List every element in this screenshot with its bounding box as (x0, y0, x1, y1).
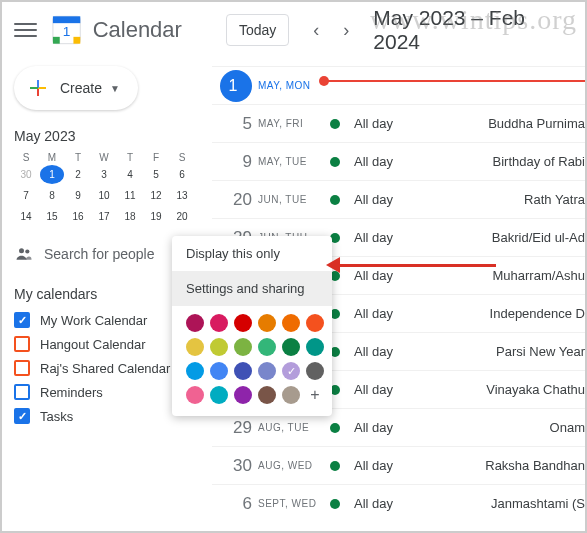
mini-cal-day[interactable]: 1 (40, 165, 64, 184)
color-swatch[interactable] (210, 386, 228, 404)
mini-cal-day[interactable]: 6 (170, 165, 194, 184)
color-swatch[interactable] (210, 338, 228, 356)
mini-cal-day[interactable]: 19 (144, 207, 168, 226)
mini-cal-day[interactable]: 14 (14, 207, 38, 226)
mini-cal-day[interactable]: 13 (170, 186, 194, 205)
event-row[interactable]: 6SEPT, WEDAll dayJanmashtami (S (212, 484, 585, 522)
mini-cal-day[interactable]: 12 (144, 186, 168, 205)
mini-cal-day[interactable]: 4 (118, 165, 142, 184)
event-day-number: 9 (220, 152, 258, 172)
color-swatch[interactable] (210, 362, 228, 380)
event-row[interactable]: 30AUG, WEDAll dayRaksha Bandhan (212, 446, 585, 484)
nav-arrows: ‹ › (305, 16, 357, 45)
today-button[interactable]: Today (226, 14, 289, 46)
color-swatch[interactable] (234, 314, 252, 332)
mini-cal-day[interactable]: 16 (66, 207, 90, 226)
color-swatch[interactable] (234, 362, 252, 380)
event-allday-label: All day (354, 496, 451, 511)
svg-point-5 (19, 248, 24, 253)
mini-cal-day[interactable]: 5 (144, 165, 168, 184)
mini-cal-day[interactable]: 7 (14, 186, 38, 205)
mini-cal-dow: M (40, 152, 64, 163)
event-day-number: 6 (220, 494, 258, 514)
color-swatch[interactable] (282, 362, 300, 380)
color-swatch[interactable] (186, 314, 204, 332)
color-swatch[interactable] (210, 314, 228, 332)
color-swatch[interactable] (258, 314, 276, 332)
color-swatch[interactable] (306, 338, 324, 356)
event-row[interactable]: 5MAY, FRIAll dayBuddha Purnima (212, 104, 585, 142)
mini-cal-day[interactable]: 9 (66, 186, 90, 205)
annotation-arrow (326, 260, 496, 270)
color-swatch[interactable] (306, 362, 324, 380)
mini-cal-day[interactable]: 18 (118, 207, 142, 226)
calendar-label: Hangout Calendar (40, 337, 146, 352)
context-display-only[interactable]: Display this only (172, 236, 332, 271)
event-day-label: AUG, WED (258, 460, 330, 471)
color-picker-grid: + (172, 306, 332, 408)
mini-cal-day[interactable]: 15 (40, 207, 64, 226)
calendar-checkbox[interactable] (14, 336, 30, 352)
color-swatch[interactable] (282, 386, 300, 404)
color-swatch[interactable] (186, 338, 204, 356)
event-dot-icon (330, 499, 340, 509)
mini-cal-day[interactable]: 10 (92, 186, 116, 205)
create-button[interactable]: Create ▼ (14, 66, 138, 110)
calendar-checkbox[interactable] (14, 312, 30, 328)
color-swatch[interactable] (258, 386, 276, 404)
calendar-label: Reminders (40, 385, 103, 400)
mini-cal-day[interactable]: 20 (170, 207, 194, 226)
mini-calendar-month: May 2023 (14, 128, 200, 144)
event-dot-icon (330, 119, 340, 129)
color-swatch[interactable] (258, 362, 276, 380)
color-swatch[interactable] (306, 314, 324, 332)
event-row[interactable]: 1MAY, MON (212, 66, 585, 104)
color-swatch[interactable] (282, 314, 300, 332)
event-allday-label: All day (354, 344, 456, 359)
color-add-icon[interactable]: + (306, 386, 324, 404)
color-swatch[interactable] (186, 362, 204, 380)
color-swatch[interactable] (234, 338, 252, 356)
event-day-label: MAY, FRI (258, 118, 330, 129)
mini-cal-day[interactable]: 8 (40, 186, 64, 205)
event-dot-icon (330, 195, 340, 205)
color-swatch[interactable] (258, 338, 276, 356)
color-swatch[interactable] (234, 386, 252, 404)
mini-cal-day[interactable]: 2 (66, 165, 90, 184)
event-row[interactable]: 20JUN, TUEAll dayRath Yatra (212, 180, 585, 218)
mini-cal-day[interactable]: 17 (92, 207, 116, 226)
context-settings-sharing[interactable]: Settings and sharing (172, 271, 332, 306)
event-day-number: 1 (220, 70, 252, 102)
event-allday-label: All day (354, 420, 510, 435)
calendar-checkbox[interactable] (14, 384, 30, 400)
event-allday-label: All day (354, 306, 450, 321)
calendar-checkbox[interactable] (14, 408, 30, 424)
plus-icon (26, 76, 50, 100)
mini-cal-dow: F (144, 152, 168, 163)
current-time-indicator (324, 80, 585, 82)
next-arrow-icon[interactable]: › (335, 16, 357, 45)
menu-icon[interactable] (14, 18, 37, 42)
mini-cal-dow: S (170, 152, 194, 163)
event-day-label: SEPT, WED (258, 498, 330, 509)
svg-rect-3 (53, 37, 60, 44)
color-swatch[interactable] (186, 386, 204, 404)
svg-rect-2 (74, 37, 81, 44)
event-allday-label: All day (354, 268, 453, 283)
event-title: Raksha Bandhan (485, 458, 585, 473)
event-row[interactable]: 9MAY, TUEAll dayBirthday of Rabi (212, 142, 585, 180)
event-title: Janmashtami (S (491, 496, 585, 511)
event-title: Buddha Purnima (488, 116, 585, 131)
event-allday-label: All day (354, 154, 453, 169)
color-swatch[interactable] (282, 338, 300, 356)
calendar-checkbox[interactable] (14, 360, 30, 376)
calendar-context-menu: Display this only Settings and sharing + (172, 236, 332, 416)
prev-arrow-icon[interactable]: ‹ (305, 16, 327, 45)
mini-cal-day[interactable]: 30 (14, 165, 38, 184)
mini-cal-day[interactable]: 11 (118, 186, 142, 205)
mini-cal-day[interactable]: 3 (92, 165, 116, 184)
event-dot-icon (330, 157, 340, 167)
mini-calendar[interactable]: SMTWTFS301234567891011121314151617181920 (14, 152, 200, 226)
event-title: Muharram/Ashu (493, 268, 585, 283)
event-day-label: JUN, TUE (258, 194, 330, 205)
